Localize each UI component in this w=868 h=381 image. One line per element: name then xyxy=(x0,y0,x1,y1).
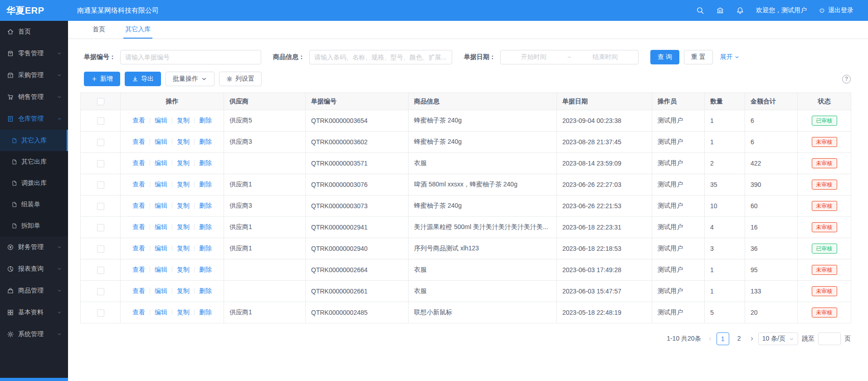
row-action-delete[interactable]: 删除 xyxy=(199,202,212,209)
power-icon xyxy=(819,7,825,14)
bank-icon[interactable] xyxy=(716,6,724,15)
row-action-delete[interactable]: 删除 xyxy=(199,117,212,124)
select-all-checkbox[interactable] xyxy=(97,98,104,105)
sidebar-scrollbar[interactable] xyxy=(0,378,68,381)
row-action-view[interactable]: 查看 xyxy=(132,138,145,145)
row-action-view[interactable]: 查看 xyxy=(132,308,145,316)
row-action-delete[interactable]: 删除 xyxy=(199,308,212,316)
page-size-select[interactable]: 10 条/页 xyxy=(758,332,798,345)
row-action-copy[interactable]: 复制 xyxy=(177,223,190,230)
row-checkbox[interactable] xyxy=(97,160,104,167)
page-size-value: 10 条/页 xyxy=(762,335,785,343)
row-action-view[interactable]: 查看 xyxy=(132,181,145,188)
column-settings-button[interactable]: 列设置 xyxy=(219,72,262,86)
row-action-view[interactable]: 查看 xyxy=(132,287,145,294)
row-action-delete[interactable]: 删除 xyxy=(199,223,212,230)
cell-bill-no: QTRK00000003602 xyxy=(306,132,409,153)
sidebar-subitem[interactable]: 调拨出库 xyxy=(0,172,68,194)
tab-other-inbound[interactable]: 其它入库 xyxy=(123,25,152,39)
export-button[interactable]: 导出 xyxy=(125,72,161,86)
row-action-view[interactable]: 查看 xyxy=(132,117,145,124)
chevron-down-icon xyxy=(57,244,62,250)
row-action-edit[interactable]: 编辑 xyxy=(155,117,167,124)
row-checkbox[interactable] xyxy=(97,245,104,253)
sidebar-item[interactable]: 首页 xyxy=(0,21,68,43)
sidebar-item[interactable]: 财务管理 xyxy=(0,236,68,258)
row-action-copy[interactable]: 复制 xyxy=(177,159,190,166)
prev-page-icon[interactable] xyxy=(707,336,713,342)
sidebar-item[interactable]: 基本资料 xyxy=(0,302,68,323)
row-action-copy[interactable]: 复制 xyxy=(177,181,190,188)
row-action-view[interactable]: 查看 xyxy=(132,223,145,230)
row-checkbox[interactable] xyxy=(97,203,104,210)
doc-icon xyxy=(11,159,18,165)
batch-actions-button[interactable]: 批量操作 xyxy=(166,72,215,86)
row-action-copy[interactable]: 复制 xyxy=(177,244,190,252)
cell-qty: 3 xyxy=(705,238,745,259)
row-action-copy[interactable]: 复制 xyxy=(177,138,190,145)
reset-button[interactable]: 重 置 xyxy=(684,50,713,64)
row-checkbox[interactable] xyxy=(97,181,104,189)
row-action-delete[interactable]: 删除 xyxy=(199,287,212,294)
jump-to-input[interactable] xyxy=(818,332,841,345)
tab-home[interactable]: 首页 xyxy=(91,25,107,39)
sidebar-subitem[interactable]: 其它入库 xyxy=(0,130,68,151)
row-checkbox[interactable] xyxy=(97,288,104,295)
sidebar-subitem[interactable]: 其它出库 xyxy=(0,151,68,172)
cell-operator: 测试用户 xyxy=(652,217,705,238)
row-checkbox[interactable] xyxy=(97,117,104,125)
search-button[interactable]: 查 询 xyxy=(650,50,679,64)
row-action-edit[interactable]: 编辑 xyxy=(155,181,167,188)
cell-supplier: 供应商1 xyxy=(224,238,306,259)
sidebar-item[interactable]: 商品管理 xyxy=(0,280,68,302)
row-action-delete[interactable]: 删除 xyxy=(199,244,212,252)
row-action-edit[interactable]: 编辑 xyxy=(155,287,167,294)
sidebar-subitem[interactable]: 组装单 xyxy=(0,194,68,215)
row-action-view[interactable]: 查看 xyxy=(132,244,145,252)
sidebar-item[interactable]: 采购管理 xyxy=(0,64,68,86)
sidebar-item-label: 系统管理 xyxy=(18,330,44,338)
sidebar-subitem[interactable]: 拆卸单 xyxy=(0,215,68,236)
search-icon[interactable] xyxy=(696,6,704,15)
row-action-delete[interactable]: 删除 xyxy=(199,181,212,188)
row-action-copy[interactable]: 复制 xyxy=(177,266,190,273)
sidebar-item[interactable]: 零售管理 xyxy=(0,43,68,64)
sidebar-item[interactable]: 销售管理 xyxy=(0,86,68,108)
logout-button[interactable]: 退出登录 xyxy=(819,6,853,15)
page-button[interactable]: 2 xyxy=(733,332,746,345)
row-action-copy[interactable]: 复制 xyxy=(177,117,190,124)
row-action-copy[interactable]: 复制 xyxy=(177,308,190,316)
add-button[interactable]: 新增 xyxy=(84,72,120,86)
row-action-delete[interactable]: 删除 xyxy=(199,138,212,145)
row-action-edit[interactable]: 编辑 xyxy=(155,159,167,166)
row-action-edit[interactable]: 编辑 xyxy=(155,244,167,252)
cell-operator: 测试用户 xyxy=(652,153,705,174)
row-action-edit[interactable]: 编辑 xyxy=(155,223,167,230)
date-range-input[interactable]: 开始时间 ~ 结束时间 xyxy=(500,50,639,64)
next-page-icon[interactable] xyxy=(749,336,755,342)
row-action-edit[interactable]: 编辑 xyxy=(155,202,167,209)
row-checkbox[interactable] xyxy=(97,139,104,146)
row-action-edit[interactable]: 编辑 xyxy=(155,138,167,145)
page-button[interactable]: 1 xyxy=(717,332,729,345)
row-action-view[interactable]: 查看 xyxy=(132,266,145,273)
row-checkbox[interactable] xyxy=(97,309,104,317)
bill-no-input[interactable] xyxy=(120,50,261,64)
row-checkbox[interactable] xyxy=(97,267,104,274)
row-action-edit[interactable]: 编辑 xyxy=(155,308,167,316)
expand-link[interactable]: 展开 xyxy=(720,53,740,61)
row-action-delete[interactable]: 删除 xyxy=(199,266,212,273)
bell-icon[interactable] xyxy=(736,6,744,15)
row-action-copy[interactable]: 复制 xyxy=(177,202,190,209)
help-icon[interactable]: ? xyxy=(842,75,851,83)
sidebar-item[interactable]: 系统管理 xyxy=(0,323,68,345)
sidebar-item[interactable]: 仓库管理 xyxy=(0,108,68,130)
sidebar-item[interactable]: 报表查询 xyxy=(0,258,68,280)
row-action-view[interactable]: 查看 xyxy=(132,202,145,209)
row-checkbox[interactable] xyxy=(97,224,104,231)
product-info-input[interactable] xyxy=(309,50,452,64)
row-action-edit[interactable]: 编辑 xyxy=(155,266,167,273)
row-action-delete[interactable]: 删除 xyxy=(199,159,212,166)
row-action-copy[interactable]: 复制 xyxy=(177,287,190,294)
row-action-view[interactable]: 查看 xyxy=(132,159,145,166)
